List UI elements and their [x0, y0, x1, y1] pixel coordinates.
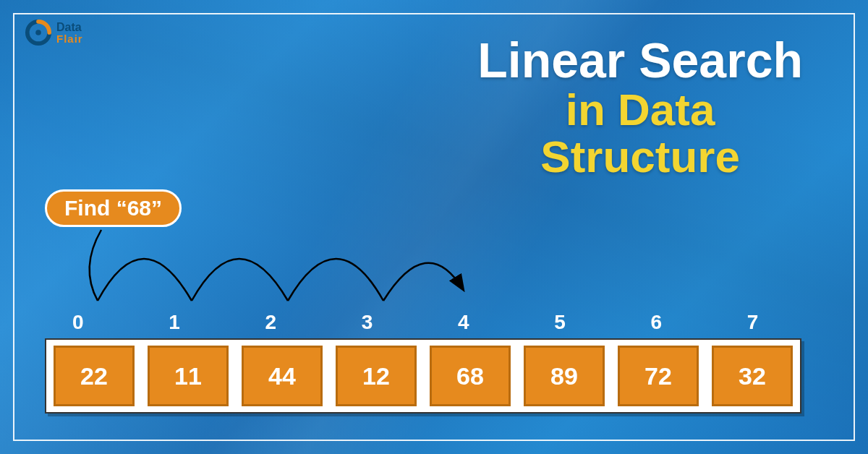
- find-label-pill: Find “68”: [45, 189, 182, 227]
- array-cell: 32: [712, 346, 793, 406]
- index-label: 6: [631, 311, 727, 334]
- array-cell: 44: [242, 346, 323, 406]
- title-line1: Linear Search: [477, 35, 803, 86]
- array-cell: 72: [618, 346, 699, 406]
- logo-text: Data Flair: [56, 22, 83, 44]
- array-row: 22 11 44 12 68 89 72 32: [45, 338, 801, 414]
- array-cell: 12: [336, 346, 417, 406]
- index-label: 7: [727, 311, 823, 334]
- traversal-arrows: [58, 224, 492, 311]
- array-cell: 22: [54, 346, 135, 406]
- title-line2a: in Data: [477, 86, 803, 133]
- index-label: 2: [245, 311, 341, 334]
- svg-point-0: [35, 30, 41, 35]
- index-label: 0: [52, 311, 148, 334]
- logo-text-line1: Data: [56, 22, 83, 33]
- brand-logo: Data Flair: [25, 19, 83, 46]
- index-label: 4: [438, 311, 534, 334]
- logo-text-line2: Flair: [56, 33, 83, 44]
- logo-icon: [25, 19, 52, 46]
- array-cell: 11: [148, 346, 229, 406]
- array-container: 0 1 2 3 4 5 6 7 22 11 44 12 68 89 72 32: [45, 311, 823, 414]
- array-cell: 68: [430, 346, 511, 406]
- page-title: Linear Search in Data Structure: [477, 35, 803, 181]
- title-line2b: Structure: [477, 133, 803, 180]
- index-label: 1: [148, 311, 244, 334]
- index-label: 3: [341, 311, 438, 334]
- index-row: 0 1 2 3 4 5 6 7: [52, 311, 823, 334]
- index-label: 5: [534, 311, 630, 334]
- array-cell: 89: [524, 346, 605, 406]
